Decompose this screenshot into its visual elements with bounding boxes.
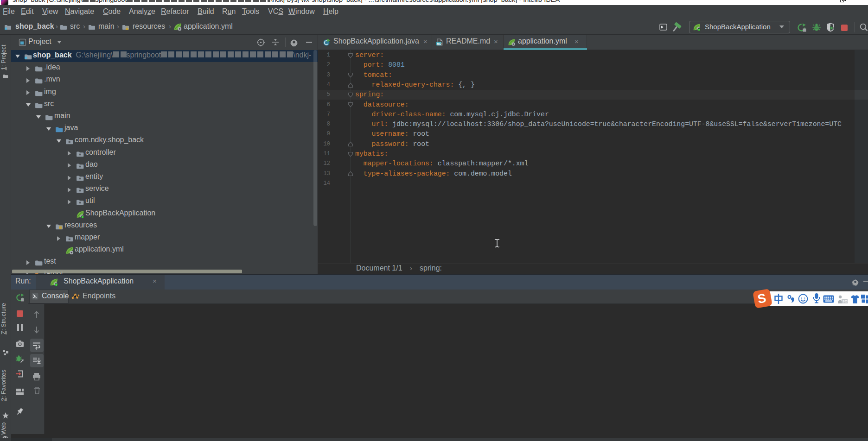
svg-text:MD: MD xyxy=(437,42,441,45)
svg-text:2C: 2C xyxy=(842,299,847,303)
